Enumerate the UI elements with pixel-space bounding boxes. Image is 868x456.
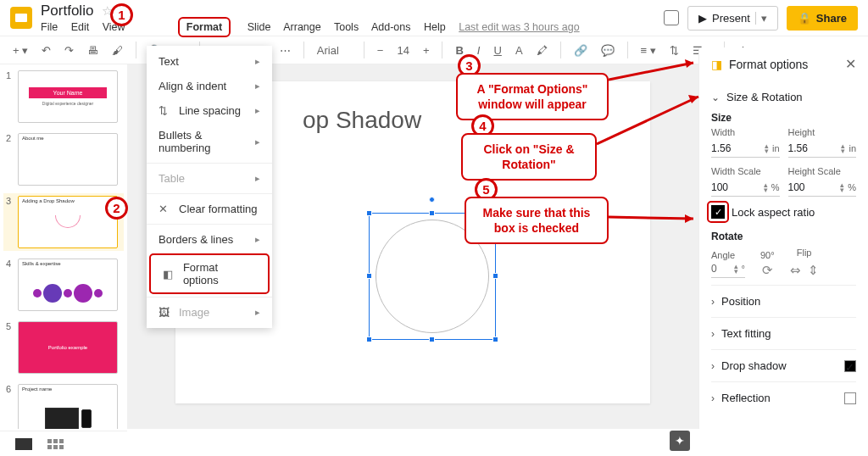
font-selector[interactable]: Arial xyxy=(313,42,355,59)
thumb-5-label: Portfolio example xyxy=(19,322,117,373)
slide-thumb-6[interactable]: 6 Project name xyxy=(3,381,124,429)
font-size[interactable]: 14 xyxy=(392,42,413,59)
format-image: 🖼Image▸ xyxy=(147,300,272,325)
angle-label: Angle xyxy=(711,250,745,260)
link-button[interactable]: 🔗 xyxy=(570,42,592,59)
flip-h-icon[interactable]: ⇔ xyxy=(790,263,801,278)
callout-5-box: Make sure that this box is checked xyxy=(465,197,609,244)
format-line-spacing[interactable]: ⇅Line spacing▸ xyxy=(147,98,272,123)
lock-aspect-ratio[interactable]: ✓ Lock aspect ratio xyxy=(711,205,856,219)
present-dropdown-icon[interactable]: ▾ xyxy=(755,12,767,25)
redo-button[interactable]: ↷ xyxy=(60,42,78,59)
text-fitting-section[interactable]: ›Text fitting xyxy=(711,317,856,349)
slides-logo xyxy=(10,7,32,29)
slides-panel: 1 Your Name Digital experience designer … xyxy=(0,64,127,429)
svg-marker-5 xyxy=(685,214,693,223)
format-text[interactable]: Text▸ xyxy=(147,49,272,74)
format-bullets[interactable]: Bullets & numbering▸ xyxy=(147,123,272,160)
format-table: Table▸ xyxy=(147,166,272,191)
width-scale-label: Width Scale xyxy=(711,166,780,176)
height-label: Height xyxy=(788,127,857,137)
slide-thumb-1[interactable]: 1 Your Name Digital experience designer xyxy=(3,68,124,125)
menu-slide[interactable]: Slide xyxy=(248,21,271,33)
menu-tools[interactable]: Tools xyxy=(334,21,359,33)
size-rotation-toggle[interactable]: ⌄ Size & Rotation xyxy=(711,91,856,103)
size-sublabel: Size xyxy=(711,112,856,124)
header-right: ▶ Present ▾ 🔒 Share xyxy=(664,6,858,31)
present-button[interactable]: ▶ Present ▾ xyxy=(687,6,778,31)
grid-view-icon[interactable] xyxy=(47,439,64,449)
present-icon: ▶ xyxy=(698,12,707,25)
menu-bar: File Edit View Insert Format Slide Arran… xyxy=(41,21,664,33)
format-borders[interactable]: Borders & lines▸ xyxy=(147,227,272,252)
position-section[interactable]: ›Position xyxy=(711,285,856,317)
menu-addons[interactable]: Add-ons xyxy=(371,21,411,33)
slide-thumb-2[interactable]: 2 About me xyxy=(3,131,124,188)
flip-v-icon[interactable]: ⇕ xyxy=(808,263,819,278)
share-button[interactable]: 🔒 Share xyxy=(787,6,858,31)
align-button[interactable]: ≡ ▾ xyxy=(637,42,660,59)
svg-line-4 xyxy=(609,217,693,219)
last-edit[interactable]: Last edit was 3 hours ago xyxy=(459,21,579,33)
share-label: Share xyxy=(816,12,847,25)
undo-button[interactable]: ↶ xyxy=(37,42,55,59)
height-scale-input[interactable]: 100 ▴▾ % xyxy=(788,179,857,197)
svg-marker-1 xyxy=(685,59,693,68)
callout-1: 1 xyxy=(110,3,133,26)
paint-format-button[interactable]: 🖌 xyxy=(108,42,127,59)
reflection-checkbox[interactable] xyxy=(844,392,856,404)
slide-thumb-4[interactable]: 4 Skills & expertise xyxy=(3,256,124,314)
angle-input[interactable]: 0 ▴▾ ° xyxy=(711,260,745,278)
filmstrip-view-icon[interactable] xyxy=(15,438,32,450)
close-panel-icon[interactable]: ✕ xyxy=(845,56,856,72)
thumb-1-title: Your Name xyxy=(29,87,108,98)
format-options-item[interactable]: ◧Format options xyxy=(149,253,270,294)
format-options-icon: ◨ xyxy=(711,58,722,71)
height-input[interactable]: 1.56 ▴▾ in xyxy=(788,140,857,158)
format-options-title: Format options xyxy=(729,58,808,71)
thumb-1-sub: Digital experience designer xyxy=(42,101,93,106)
lock-icon: 🔒 xyxy=(798,12,811,25)
callout-3-box: A "Format Options" window will appear xyxy=(456,73,609,120)
drop-shadow-section[interactable]: ›Drop shadow ✓ xyxy=(711,349,856,381)
svg-line-2 xyxy=(597,97,698,144)
width-label: Width xyxy=(711,127,780,137)
new-slide-button[interactable]: + ▾ xyxy=(8,42,32,59)
width-input[interactable]: 1.56 ▴▾ in xyxy=(711,140,780,158)
size-rotation-section: ⌄ Size & Rotation Size Width 1.56 ▴▾ in … xyxy=(711,84,856,285)
border-dash-button[interactable]: ⋯ xyxy=(275,42,295,59)
view-switcher xyxy=(0,431,127,456)
rotate-90-icon[interactable]: ⟳ xyxy=(760,263,775,278)
slide-thumb-5[interactable]: 5 Portfolio example xyxy=(3,319,124,376)
title-block: Portfolio ☆ File Edit View Insert Format… xyxy=(41,3,664,33)
comment-button[interactable]: 💬 xyxy=(597,42,619,59)
print-button[interactable]: 🖶 xyxy=(83,42,103,59)
format-align[interactable]: Align & indent▸ xyxy=(147,74,272,98)
highlight-button[interactable]: 🖍 xyxy=(532,42,552,59)
callout-4-box: Click on "Size & Rotation" xyxy=(461,133,597,181)
menu-help[interactable]: Help xyxy=(424,21,446,33)
format-menu-dropdown: Text▸ Align & indent▸ ⇅Line spacing▸ Bul… xyxy=(147,46,272,328)
text-color-button[interactable]: A xyxy=(511,42,527,59)
menu-file[interactable]: File xyxy=(41,21,58,33)
comment-history-icon[interactable] xyxy=(664,10,679,25)
lock-aspect-label: Lock aspect ratio xyxy=(732,206,815,219)
thumb-3-title: Adding a Drop Shadow xyxy=(19,197,117,205)
size-increase[interactable]: + xyxy=(419,42,434,59)
menu-format[interactable]: Format xyxy=(178,17,231,37)
slide-heading[interactable]: op Shadow xyxy=(303,107,421,134)
reflection-section[interactable]: ›Reflection xyxy=(711,381,856,414)
explore-button[interactable]: ✦ xyxy=(670,431,690,451)
width-scale-input[interactable]: 100 ▴▾ % xyxy=(711,179,780,197)
menu-arrange[interactable]: Arrange xyxy=(283,21,320,33)
format-clear[interactable]: ✕Clear formatting xyxy=(147,197,272,221)
menu-edit[interactable]: Edit xyxy=(71,21,90,33)
size-decrease[interactable]: − xyxy=(373,42,388,59)
underline-button[interactable]: U xyxy=(489,42,505,59)
drop-shadow-checkbox[interactable]: ✓ xyxy=(844,360,856,372)
line-spacing-button[interactable]: ⇅ xyxy=(665,42,683,59)
height-scale-label: Height Scale xyxy=(788,166,857,176)
doc-title[interactable]: Portfolio xyxy=(41,3,93,19)
size-rotation-label: Size & Rotation xyxy=(726,91,803,103)
flip-label: Flip xyxy=(790,247,819,258)
